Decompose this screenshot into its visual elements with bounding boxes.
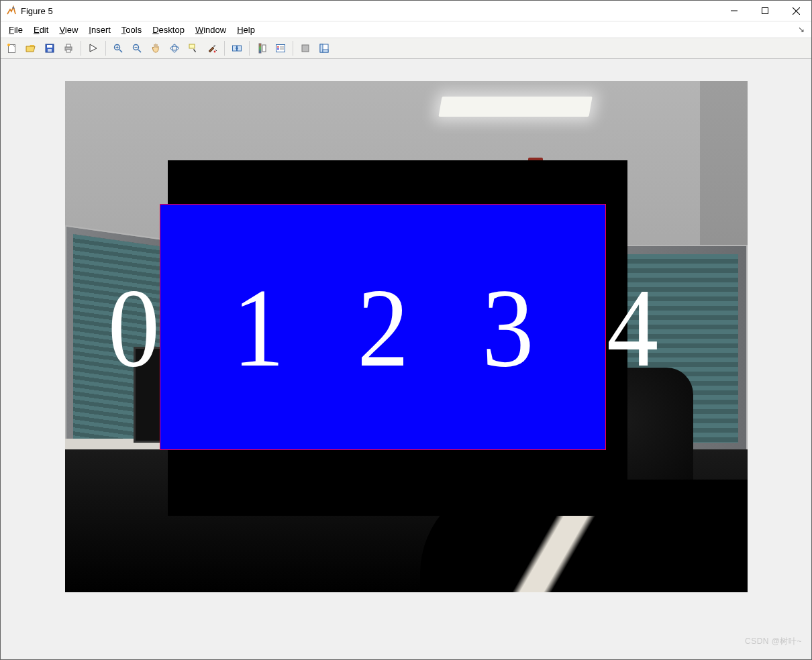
figure-toolbar — [1, 38, 811, 59]
menu-edit[interactable]: Edit — [28, 23, 54, 36]
window-title: Figure 5 — [21, 6, 53, 16]
toolbar-separator — [249, 41, 250, 56]
rotate-3d-button[interactable] — [166, 40, 183, 57]
show-plot-tools-button[interactable] — [315, 40, 333, 57]
svg-rect-10 — [66, 44, 70, 47]
save-button[interactable] — [41, 40, 58, 57]
print-button[interactable] — [60, 40, 77, 57]
svg-point-20 — [172, 44, 176, 52]
detected-region-rect: 0 1 2 3 4 — [160, 205, 605, 449]
maximize-button[interactable] — [750, 1, 780, 21]
title-bar: Figure 5 — [1, 1, 811, 21]
digits-text: 0 1 2 3 4 — [84, 271, 682, 384]
zoom-in-button[interactable] — [109, 40, 127, 57]
minimize-button[interactable] — [719, 1, 750, 21]
image-content: 0 1 2 3 4 — [65, 81, 748, 592]
watermark-text: CSDN @树叶~ — [745, 636, 802, 647]
toolbar-separator — [105, 41, 106, 56]
svg-rect-27 — [276, 45, 285, 52]
svg-point-19 — [170, 46, 179, 50]
colorbar-button[interactable] — [253, 40, 270, 57]
menu-file[interactable]: File — [3, 23, 28, 36]
new-figure-button[interactable] — [3, 40, 21, 57]
figure-window: Figure 5 File Edit View Insert Tools Des… — [0, 0, 812, 660]
legend-button[interactable] — [272, 40, 289, 57]
toolbar-separator — [224, 41, 225, 56]
svg-point-22 — [214, 51, 216, 53]
dock-controls-icon[interactable]: ↘ — [798, 25, 805, 34]
edit-plot-button[interactable] — [85, 40, 102, 57]
svg-line-17 — [138, 50, 141, 52]
axes-image[interactable]: 0 1 2 3 4 — [65, 81, 748, 592]
close-button[interactable] — [780, 1, 811, 21]
menu-window[interactable]: Window — [190, 23, 232, 36]
svg-point-5 — [7, 44, 10, 46]
figure-client-area: 0 1 2 3 4 CSDN @树叶~ — [1, 59, 811, 659]
link-plot-button[interactable] — [228, 40, 246, 57]
menu-bar: File Edit View Insert Tools Desktop Wind… — [1, 21, 811, 38]
toolbar-separator — [81, 41, 81, 56]
svg-rect-32 — [302, 45, 309, 52]
svg-rect-8 — [48, 49, 52, 52]
brush-button[interactable] — [203, 40, 221, 57]
svg-line-13 — [119, 50, 122, 52]
svg-rect-1 — [762, 8, 768, 14]
menu-insert[interactable]: Insert — [83, 23, 116, 36]
svg-rect-35 — [323, 50, 328, 52]
data-cursor-button[interactable] — [185, 40, 202, 57]
pan-button[interactable] — [147, 40, 164, 57]
open-button[interactable] — [22, 40, 40, 57]
svg-rect-21 — [189, 44, 195, 48]
menu-tools[interactable]: Tools — [116, 23, 147, 36]
svg-rect-34 — [320, 44, 323, 52]
svg-rect-11 — [66, 50, 70, 52]
toolbar-separator — [293, 41, 293, 56]
menu-desktop[interactable]: Desktop — [147, 23, 190, 36]
svg-rect-7 — [47, 45, 52, 48]
svg-rect-25 — [259, 44, 261, 53]
zoom-out-button[interactable] — [128, 40, 146, 57]
svg-rect-26 — [262, 45, 266, 52]
hide-plot-tools-button[interactable] — [297, 40, 314, 57]
menu-help[interactable]: Help — [232, 23, 260, 36]
matlab-icon — [6, 5, 17, 16]
menu-view[interactable]: View — [54, 23, 83, 36]
